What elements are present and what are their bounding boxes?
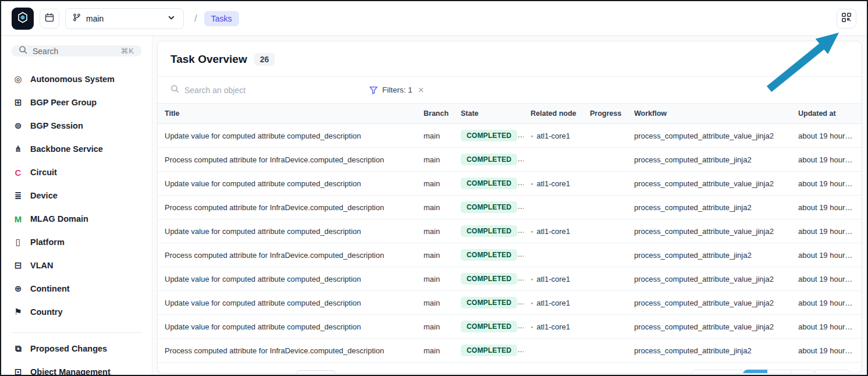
node-dot-icon: ● — [531, 301, 533, 305]
table-row[interactable]: Update value for computed attribute comp… — [158, 267, 862, 291]
table-row[interactable]: Update value for computed attribute comp… — [158, 315, 862, 339]
sidebar-divider — [12, 332, 141, 333]
sidebar-item-platform[interactable]: ▯Platform — [7, 232, 146, 252]
object-management-icon: ⊡ — [13, 367, 23, 376]
cell-progress — [583, 196, 627, 219]
app-logo[interactable] — [12, 8, 34, 30]
scan-qr-button[interactable] — [837, 9, 856, 29]
sidebar-item-vlan[interactable]: ⊟VLAN — [7, 256, 146, 275]
backbone-service-icon: ⋔ — [13, 144, 23, 154]
table-row[interactable]: Update value for computed attribute comp… — [158, 172, 862, 196]
proposed-changes-icon: ⧉ — [13, 343, 23, 354]
sidebar-item-autonomous-system[interactable]: ◎Autonomous System — [7, 69, 146, 89]
breadcrumb-tasks[interactable]: Tasks — [204, 11, 239, 26]
column-header-progress[interactable]: Progress — [583, 104, 627, 124]
cell-title: Process computed attribute for InfraDevi… — [158, 148, 417, 172]
page-button-2[interactable]: 2 — [767, 370, 791, 374]
mlag-domain-icon: M — [13, 214, 23, 224]
node-dot-icon: ● — [531, 325, 533, 329]
table-row[interactable]: Update value for computed attribute comp… — [158, 219, 862, 243]
breadcrumb-separator: / — [194, 13, 197, 24]
previous-page-button[interactable]: Previous — [692, 370, 743, 374]
cell-related-node — [524, 339, 583, 363]
cell-workflow: process_computed_attribute_value_jinja2 — [627, 172, 791, 196]
page-button-1[interactable]: 1 — [743, 370, 767, 374]
cell-related-node: ●atl1-core1 — [524, 124, 583, 148]
sidebar-item-label: Circuit — [30, 168, 57, 177]
date-time-button[interactable] — [40, 9, 59, 29]
vlan-icon: ⊟ — [13, 260, 23, 271]
column-header-workflow[interactable]: Workflow — [627, 104, 791, 124]
sidebar-item-proposed-changes[interactable]: ⧉Proposed Changes — [7, 339, 146, 359]
table-row[interactable]: Update value for computed attribute comp… — [158, 291, 862, 315]
filters-control[interactable]: Filters: 1 × — [369, 85, 425, 95]
search-icon — [19, 45, 27, 56]
sidebar-item-object-management[interactable]: ⊡Object Management — [7, 362, 146, 376]
cell-workflow: process_computed_attribute_jinja2 — [627, 196, 791, 219]
sidebar-item-label: Country — [30, 307, 63, 317]
task-count-badge: 26 — [254, 53, 275, 66]
cell-title: Process computed attribute for InfraDevi… — [158, 196, 417, 219]
branch-selector[interactable]: main — [65, 8, 184, 29]
column-header-title[interactable]: Title — [158, 104, 417, 124]
cell-state: COMPLETED — [454, 124, 524, 148]
cell-title: Update value for computed attribute comp… — [158, 124, 417, 148]
sidebar-item-label: Proposed Changes — [30, 344, 107, 353]
card-header: Task Overview 26 — [158, 41, 862, 77]
cell-state: COMPLETED — [454, 219, 524, 243]
table-row[interactable]: Process computed attribute for InfraDevi… — [158, 243, 862, 267]
column-header-updated-at[interactable]: Updated at — [791, 104, 862, 124]
clear-filters-icon[interactable]: × — [417, 85, 425, 95]
cell-branch: main — [417, 148, 454, 172]
cell-branch: main — [417, 339, 454, 363]
filters-label: Filters: 1 — [382, 86, 412, 94]
cell-related-node: ●atl1-core1 — [524, 172, 583, 196]
page-body: Search ⌘K ◎Autonomous System⊞BGP Peer Gr… — [1, 36, 867, 376]
node-dot-icon: ● — [531, 277, 533, 281]
cell-progress — [583, 267, 627, 291]
pagination: Previous 123 Next — [692, 370, 851, 374]
status-badge: COMPLETED — [461, 345, 517, 356]
object-search-input[interactable] — [184, 86, 312, 95]
sidebar-search[interactable]: Search ⌘K — [12, 45, 141, 56]
cell-state: COMPLETED — [454, 172, 524, 196]
cell-progress — [583, 219, 627, 243]
node-dot-icon: ● — [531, 229, 533, 233]
sidebar-item-backbone-service[interactable]: ⋔Backbone Service — [7, 139, 146, 159]
table-row[interactable]: Process computed attribute for InfraDevi… — [158, 339, 862, 363]
sidebar-item-device[interactable]: ≣Device — [7, 186, 146, 205]
column-header-branch[interactable]: Branch — [417, 104, 454, 124]
branch-selector-chevron[interactable] — [159, 9, 183, 29]
cell-branch: main — [417, 196, 454, 219]
sidebar-item-country[interactable]: ⚑Country — [7, 302, 146, 322]
cell-updated-at: about 19 hours ago — [791, 219, 862, 243]
sidebar-item-circuit[interactable]: CCircuit — [7, 162, 146, 182]
sidebar-item-bgp-session[interactable]: ⊚BGP Session — [7, 116, 146, 136]
sidebar-item-continent[interactable]: ⊕Continent — [7, 279, 146, 299]
table-row[interactable]: Update value for computed attribute comp… — [158, 124, 862, 148]
table-footer: Showing 1 to 10 of 26 results 10 Previou… — [158, 363, 862, 374]
sidebar-item-mlag-domain[interactable]: MMLAG Domain — [7, 209, 146, 229]
status-badge: COMPLETED — [461, 273, 517, 285]
cell-title: Update value for computed attribute comp… — [158, 219, 417, 243]
column-header-related-node[interactable]: Related node — [524, 104, 583, 124]
sidebar-item-bgp-peer-group[interactable]: ⊞BGP Peer Group — [7, 93, 146, 112]
circuit-icon: C — [13, 168, 23, 178]
node-dot-icon: ● — [531, 134, 533, 138]
cell-workflow: process_computed_attribute_jinja2 — [627, 148, 791, 172]
column-header-state[interactable]: State — [454, 104, 524, 124]
page-size-select[interactable]: 10 — [296, 370, 336, 374]
sidebar-item-label: BGP Session — [30, 121, 83, 130]
table-row[interactable]: Process computed attribute for InfraDevi… — [158, 148, 862, 172]
sidebar: Search ⌘K ◎Autonomous System⊞BGP Peer Gr… — [1, 36, 152, 376]
calendar-icon — [45, 13, 54, 24]
table-row[interactable]: Process computed attribute for InfraDevi… — [158, 196, 862, 219]
branch-selector-value: main — [86, 14, 104, 23]
next-page-button[interactable]: Next — [814, 370, 851, 374]
cell-related-node — [524, 243, 583, 267]
sidebar-item-label: Platform — [30, 237, 65, 247]
sidebar-item-label: Continent — [30, 284, 70, 293]
search-icon — [170, 84, 179, 95]
cell-progress — [583, 243, 627, 267]
page-button-3[interactable]: 3 — [791, 370, 815, 374]
